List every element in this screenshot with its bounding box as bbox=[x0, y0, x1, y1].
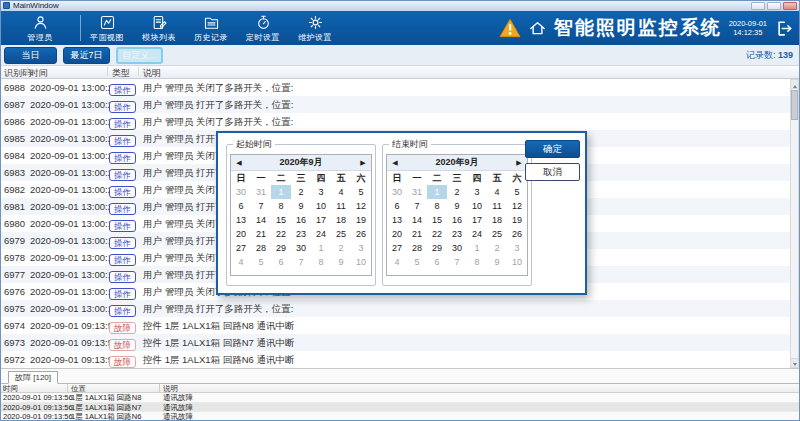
calendar-day[interactable]: 24 bbox=[467, 227, 487, 241]
calendar-day[interactable]: 28 bbox=[407, 241, 427, 255]
vertical-scrollbar[interactable] bbox=[790, 79, 799, 368]
calendar-day[interactable]: 14 bbox=[407, 213, 427, 227]
calendar-day[interactable]: 23 bbox=[447, 227, 467, 241]
maximize-icon[interactable] bbox=[767, 2, 781, 10]
scrollbar-thumb[interactable] bbox=[791, 90, 798, 120]
calendar-day[interactable]: 19 bbox=[351, 213, 371, 227]
calendar-day[interactable]: 2 bbox=[331, 241, 351, 255]
calendar-day[interactable]: 9 bbox=[331, 255, 351, 269]
calendar-day[interactable]: 10 bbox=[311, 199, 331, 213]
calendar-day[interactable]: 3 bbox=[311, 185, 331, 199]
calendar-day[interactable]: 23 bbox=[291, 227, 311, 241]
calendar-day[interactable]: 14 bbox=[251, 213, 271, 227]
calendar-day[interactable]: 7 bbox=[291, 255, 311, 269]
calendar-day[interactable]: 11 bbox=[487, 199, 507, 213]
scrollbar-up-icon[interactable] bbox=[791, 80, 798, 89]
filter-today-button[interactable]: 当日 bbox=[4, 47, 57, 64]
fault-row[interactable]: 2020-09-01 09:13:561层 1ALX1箱 回路N8通讯故障 bbox=[0, 393, 800, 403]
table-row[interactable]: 69732020-09-01 09:13:56故障控件 1层 1ALX1箱 回路… bbox=[0, 334, 800, 351]
table-row[interactable]: 69872020-09-01 13:00:27操作用户 管理员 打开了多路开关，… bbox=[0, 96, 800, 113]
toolbar-item-plan-view[interactable]: 平面视图 bbox=[81, 11, 133, 45]
calendar-day[interactable]: 16 bbox=[291, 213, 311, 227]
calendar-day[interactable]: 21 bbox=[407, 227, 427, 241]
calendar-day[interactable]: 5 bbox=[251, 255, 271, 269]
calendar-day[interactable]: 15 bbox=[427, 213, 447, 227]
calendar-day[interactable]: 7 bbox=[251, 199, 271, 213]
calendar-day[interactable]: 2 bbox=[291, 185, 311, 199]
calendar-day[interactable]: 19 bbox=[507, 213, 527, 227]
calendar-day[interactable]: 12 bbox=[351, 199, 371, 213]
calendar-day[interactable]: 13 bbox=[387, 213, 407, 227]
calendar-day[interactable]: 3 bbox=[351, 241, 371, 255]
calendar-day-selected[interactable]: 1 bbox=[427, 185, 447, 199]
calendar-day[interactable]: 17 bbox=[311, 213, 331, 227]
calendar-day[interactable]: 30 bbox=[447, 241, 467, 255]
minimize-icon[interactable] bbox=[751, 2, 765, 10]
table-row[interactable]: 69752020-09-01 13:00:16操作用户 管理员 打开了多路开关，… bbox=[0, 300, 800, 317]
toolbar-item-timer-settings[interactable]: 定时设置 bbox=[237, 11, 289, 45]
calendar-day[interactable]: 22 bbox=[427, 227, 447, 241]
toolbar-item-maintenance-settings[interactable]: 维护设置 bbox=[289, 11, 341, 45]
calendar-day[interactable]: 16 bbox=[447, 213, 467, 227]
calendar-day[interactable]: 4 bbox=[331, 185, 351, 199]
toolbar-item-module-list[interactable]: 模块列表 bbox=[133, 11, 185, 45]
calendar-day[interactable]: 12 bbox=[507, 199, 527, 213]
calendar-day[interactable]: 31 bbox=[251, 185, 271, 199]
calendar-day[interactable]: 27 bbox=[231, 241, 251, 255]
fault-row[interactable]: 2020-09-01 09:13:561层 1ALX1箱 回路N7通讯故障 bbox=[0, 403, 800, 413]
calendar-day[interactable]: 8 bbox=[271, 199, 291, 213]
calendar-day[interactable]: 26 bbox=[351, 227, 371, 241]
filter-last7-button[interactable]: 最近7日 bbox=[63, 47, 110, 64]
calendar-day[interactable]: 11 bbox=[331, 199, 351, 213]
fault-row[interactable]: 2020-09-01 09:13:561层 1ALX1箱 回路N6通讯故障 bbox=[0, 412, 800, 421]
calendar-day-selected[interactable]: 1 bbox=[271, 185, 291, 199]
calendar-day[interactable]: 25 bbox=[331, 227, 351, 241]
calendar-day[interactable]: 24 bbox=[311, 227, 331, 241]
calendar-day[interactable]: 20 bbox=[231, 227, 251, 241]
calendar-day[interactable]: 9 bbox=[291, 199, 311, 213]
calendar-day[interactable]: 31 bbox=[407, 185, 427, 199]
warning-triangle-icon[interactable] bbox=[499, 18, 521, 38]
calendar-day[interactable]: 15 bbox=[271, 213, 291, 227]
calendar-day[interactable]: 8 bbox=[427, 199, 447, 213]
calendar-day[interactable]: 6 bbox=[271, 255, 291, 269]
close-icon[interactable] bbox=[783, 2, 797, 10]
filter-custom-button[interactable]: 自定义... bbox=[116, 47, 163, 64]
calendar-day[interactable]: 29 bbox=[271, 241, 291, 255]
calendar-day[interactable]: 28 bbox=[251, 241, 271, 255]
calendar-day[interactable]: 21 bbox=[251, 227, 271, 241]
calendar-day[interactable]: 29 bbox=[427, 241, 447, 255]
calendar-day[interactable]: 6 bbox=[387, 199, 407, 213]
calendar-day[interactable]: 9 bbox=[487, 255, 507, 269]
calendar-day[interactable]: 26 bbox=[507, 227, 527, 241]
calendar-day[interactable]: 9 bbox=[447, 199, 467, 213]
table-row[interactable]: 69722020-09-01 09:13:56故障控件 1层 1ALX1箱 回路… bbox=[0, 351, 800, 368]
calendar-day[interactable]: 17 bbox=[467, 213, 487, 227]
cancel-button[interactable]: 取消 bbox=[525, 163, 580, 181]
calendar-day[interactable]: 18 bbox=[487, 213, 507, 227]
calendar-day[interactable]: 5 bbox=[407, 255, 427, 269]
prev-month-icon[interactable]: ◀ bbox=[231, 159, 247, 167]
calendar-day[interactable]: 20 bbox=[387, 227, 407, 241]
table-row[interactable]: 69742020-09-01 09:13:56故障控件 1层 1ALX1箱 回路… bbox=[0, 317, 800, 334]
calendar-day[interactable]: 1 bbox=[467, 241, 487, 255]
calendar-day[interactable]: 4 bbox=[487, 185, 507, 199]
calendar-day[interactable]: 30 bbox=[291, 241, 311, 255]
calendar-day[interactable]: 8 bbox=[311, 255, 331, 269]
calendar-day[interactable]: 6 bbox=[231, 199, 251, 213]
calendar-day[interactable]: 27 bbox=[387, 241, 407, 255]
calendar-day[interactable]: 4 bbox=[231, 255, 251, 269]
scrollbar-down-icon[interactable] bbox=[791, 358, 798, 367]
ok-button[interactable]: 确定 bbox=[525, 140, 580, 158]
calendar-day[interactable]: 7 bbox=[447, 255, 467, 269]
prev-month-icon[interactable]: ◀ bbox=[387, 159, 403, 167]
table-row[interactable]: 69882020-09-01 13:00:27操作用户 管理员 关闭了多路开关，… bbox=[0, 79, 800, 96]
calendar-day[interactable]: 4 bbox=[387, 255, 407, 269]
logout-icon[interactable] bbox=[774, 19, 793, 38]
calendar-day[interactable]: 10 bbox=[467, 199, 487, 213]
calendar-day[interactable]: 22 bbox=[271, 227, 291, 241]
calendar-day[interactable]: 5 bbox=[507, 185, 527, 199]
calendar-day[interactable]: 7 bbox=[407, 199, 427, 213]
calendar-day[interactable]: 2 bbox=[447, 185, 467, 199]
calendar-day[interactable]: 10 bbox=[507, 255, 527, 269]
